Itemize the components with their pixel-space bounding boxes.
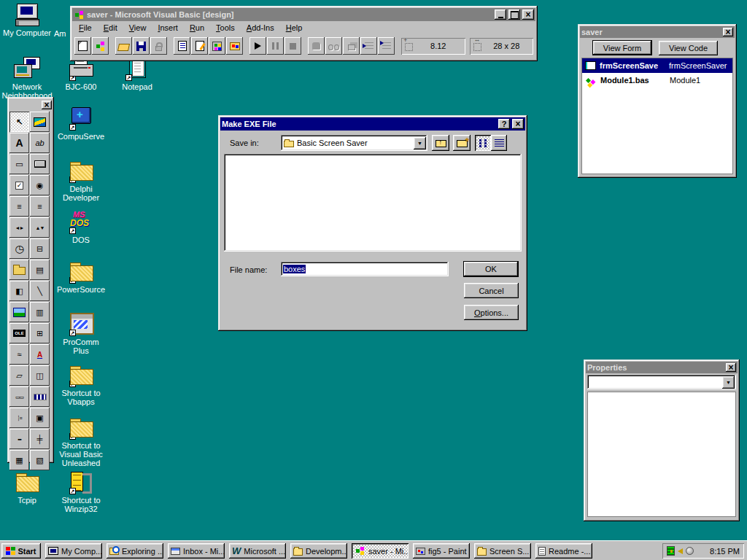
properties-button[interactable] (191, 37, 208, 55)
toggle-breakpoint-button[interactable] (308, 37, 325, 55)
tool-ole-container[interactable]: OLE (9, 323, 29, 343)
step-over-button[interactable] (378, 37, 395, 55)
step-into-button[interactable] (360, 37, 377, 55)
toolbox-button[interactable] (226, 37, 243, 55)
task-readme[interactable]: Readme -... (535, 543, 592, 559)
task-microsoft[interactable]: Microsoft ... (229, 543, 286, 559)
cancel-button[interactable]: Cancel (464, 283, 519, 298)
object-selector-combo[interactable] (587, 375, 736, 389)
tool-image[interactable] (9, 302, 29, 322)
tool-report-control[interactable]: ≈ (9, 344, 29, 365)
view-form-button[interactable]: View Form (593, 41, 651, 55)
tool-data-grid[interactable]: ▦ (9, 450, 29, 470)
save-project-button[interactable] (133, 37, 150, 55)
menu-help[interactable]: Help (280, 22, 309, 34)
toolbox-titlebar[interactable] (9, 99, 52, 110)
tool-directory-list-box[interactable] (9, 260, 29, 280)
object-browser-button[interactable] (209, 37, 225, 55)
properties-titlebar[interactable]: Properties (586, 362, 738, 373)
tool-data-control[interactable]: ▥ (30, 302, 50, 322)
desktop-icon-network-neighborhood[interactable]: Network Neighborhood (1, 57, 53, 100)
open-project-button[interactable] (115, 37, 132, 55)
tool-shape[interactable]: ◧ (9, 281, 29, 301)
tool-drive-list-box[interactable]: ⊟ (30, 238, 50, 259)
view-code-button[interactable]: View Code (659, 41, 718, 55)
close-button[interactable] (512, 119, 524, 129)
menu-insert[interactable]: Insert (152, 22, 184, 34)
tool-option-button[interactable]: ◉ (30, 175, 50, 195)
calls-button[interactable] (343, 37, 360, 55)
partial-desktop-icon-label[interactable]: Am (54, 29, 66, 38)
tool-command-button[interactable] (30, 154, 50, 174)
menu-run[interactable]: Run (184, 22, 210, 34)
tool-text-box[interactable]: ab (30, 133, 50, 153)
tool-frame[interactable]: ▭ (9, 154, 29, 174)
up-one-level-button[interactable] (432, 135, 449, 151)
options-button[interactable]: Options... (464, 305, 519, 320)
desktop-icon-procomm-plus[interactable]: ProComm Plus (55, 312, 107, 355)
tool-split-panes[interactable]: ◫ (30, 365, 50, 386)
tool-image-list[interactable]: ▣ (30, 408, 50, 428)
tool-check-box[interactable]: ✓ (9, 175, 29, 195)
create-new-folder-button[interactable] (453, 135, 471, 151)
help-button[interactable] (498, 119, 510, 129)
maximize-button[interactable] (508, 9, 520, 20)
task-fig5-paint[interactable]: fig5 - Paint (413, 543, 470, 559)
details-view-button[interactable] (491, 135, 507, 151)
ok-button[interactable]: OK (464, 262, 518, 276)
modem-icon[interactable] (686, 547, 694, 555)
project-titlebar[interactable]: saver (580, 26, 735, 38)
new-form-button[interactable] (74, 37, 91, 55)
close-button[interactable] (723, 28, 733, 36)
start-button[interactable]: Start (1, 543, 41, 559)
lock-controls-button[interactable] (150, 37, 167, 55)
tool-tab-control[interactable]: ▱ (9, 365, 29, 386)
tool-file-list-box[interactable]: ▤ (30, 260, 50, 280)
break-button[interactable] (267, 37, 284, 55)
end-button[interactable] (285, 37, 301, 55)
desktop-icon-visual-basic-unleashed[interactable]: Shortcut to Visual Basic Unleashed (55, 416, 107, 467)
desktop-icon-tcpip[interactable]: Tcpip (1, 470, 53, 505)
menu-add-ins[interactable]: Add-Ins (241, 22, 280, 34)
task-my-computer[interactable]: My Comp... (45, 543, 102, 559)
taskbar-clock[interactable]: 8:15 PM (697, 547, 740, 556)
tool-list-box[interactable]: ≡ (30, 196, 50, 217)
desktop-icon-bjc-600[interactable]: BJC-600 (55, 57, 107, 91)
speaker-icon[interactable] (678, 548, 683, 554)
project-item-frmscreensave[interactable]: frmScreenSave frmScreenSaver (582, 58, 732, 73)
tool-rich-text-box[interactable]: A (30, 344, 50, 365)
tool-chart[interactable]: ▧ (30, 450, 50, 470)
dropdown-button[interactable] (414, 137, 426, 149)
desktop-icon-compuserve[interactable]: CompuServe (55, 106, 107, 141)
desktop-icon-vbapps[interactable]: Shortcut to Vbapps (55, 363, 107, 406)
tool-hscrollbar[interactable]: ◄► (9, 217, 29, 238)
close-button[interactable] (522, 9, 534, 20)
task-screen-s[interactable]: Screen S... (474, 543, 531, 559)
tool-tree-view[interactable]: ┆≡ (9, 408, 29, 428)
tool-line[interactable]: ╲ (30, 281, 50, 301)
desktop-icon-delphi-developer[interactable]: Delphi Developer (55, 159, 107, 202)
task-development[interactable]: Developm... (290, 543, 347, 559)
menu-edit[interactable]: Edit (98, 22, 123, 34)
menu-tools[interactable]: Tools (210, 22, 241, 34)
desktop-icon-dos[interactable]: DOS (55, 210, 107, 244)
desktop-icon-notepad[interactable]: Notepad (111, 57, 163, 91)
tool-status-bar[interactable]: ▭▭ (9, 386, 29, 407)
save-in-combo[interactable]: Basic Screen Saver (281, 135, 427, 151)
instant-watch-button[interactable] (325, 37, 342, 55)
desktop-icon-powersource[interactable]: PowerSource (55, 260, 107, 294)
dropdown-button[interactable] (722, 376, 735, 389)
tool-progress-bar[interactable] (30, 386, 50, 407)
list-view-button[interactable] (475, 135, 491, 151)
tool-pointer[interactable]: ↖ (9, 112, 29, 132)
menu-editor-button[interactable] (174, 37, 190, 55)
tool-toolbar-control[interactable]: ▪▪▪ (9, 429, 29, 449)
vb-titlebar[interactable]: saver - Microsoft Visual Basic [design] (72, 8, 535, 21)
task-inbox[interactable]: Inbox - Mi... (168, 543, 225, 559)
tool-vscrollbar[interactable]: ▲▼ (30, 217, 50, 238)
close-button[interactable] (726, 363, 736, 372)
tool-combo-box[interactable]: ≡ (9, 196, 29, 217)
project-item-module1[interactable]: Module1.bas Module1 (582, 73, 732, 88)
task-exploring[interactable]: Exploring ... (107, 543, 163, 559)
minimize-button[interactable] (495, 9, 506, 20)
